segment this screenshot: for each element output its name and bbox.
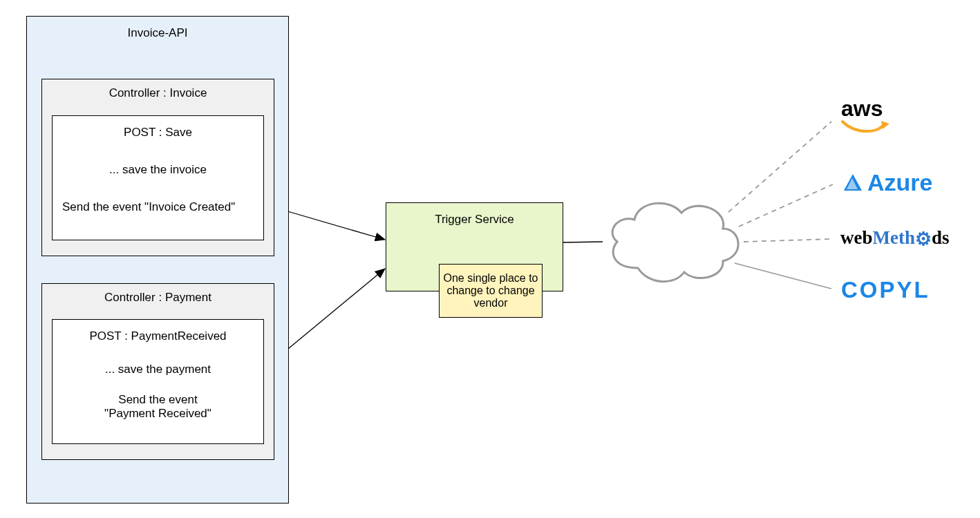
wm-text-m: M: [873, 227, 890, 248]
cloud-icon: [600, 191, 746, 288]
action-payment-step: ... save the payment: [53, 363, 263, 376]
wm-text-eth: eth: [890, 227, 915, 248]
svg-line-2: [563, 242, 603, 242]
vendor-aws-logo: aws: [841, 96, 883, 122]
wm-text-ds: ds: [932, 227, 950, 248]
svg-line-6: [735, 263, 831, 289]
trigger-service-title: Trigger Service: [386, 213, 563, 227]
action-payment-title: POST : PaymentReceived: [53, 329, 263, 343]
svg-line-5: [744, 239, 832, 242]
vendor-azure-text: Azure: [867, 169, 932, 196]
action-save-event: Send the event "Invoice Created": [53, 200, 263, 214]
invoice-api-title: Invoice-API: [27, 26, 288, 40]
trigger-note-text: One single place to change to change ven…: [442, 272, 539, 309]
action-save-title: POST : Save: [53, 126, 263, 140]
action-payment-event: Send the event "Payment Received": [53, 393, 263, 421]
action-save-box: POST : Save ... save the invoice Send th…: [52, 115, 264, 240]
svg-line-4: [739, 184, 833, 227]
controller-invoice-title: Controller : Invoice: [42, 86, 274, 100]
vendor-copyl-logo: COPYL: [841, 277, 930, 303]
vendor-webmethods-logo: webMeth⚙ds: [840, 227, 950, 249]
vendor-aws-text: aws: [841, 96, 883, 121]
trigger-note: One single place to change to change ven…: [439, 264, 543, 318]
azure-triangle-icon: [842, 173, 863, 193]
vendor-azure-logo: Azure: [842, 169, 932, 196]
aws-smile-icon: [841, 119, 891, 134]
action-payment-box: POST : PaymentReceived ... save the paym…: [52, 319, 264, 444]
vendor-copyl-text: COPYL: [841, 277, 930, 303]
wm-text-web: web: [840, 227, 873, 248]
controller-payment-title: Controller : Payment: [42, 291, 274, 305]
gear-icon: ⚙: [915, 228, 932, 250]
action-save-step: ... save the invoice: [53, 163, 263, 177]
